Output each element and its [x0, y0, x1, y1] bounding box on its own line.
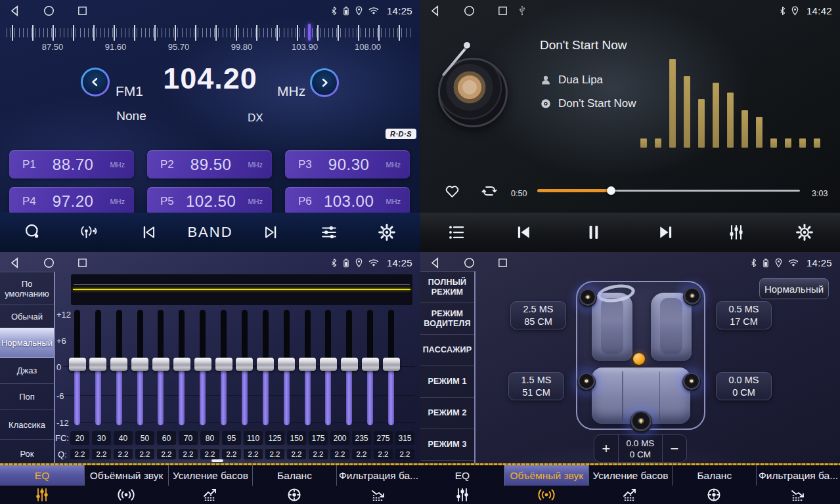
tab-balance[interactable]: Баланс: [252, 463, 336, 504]
tab-eq[interactable]: EQ: [0, 463, 84, 504]
tab-filter[interactable]: Фильтрация ба...: [336, 463, 420, 504]
eq-band-slider[interactable]: [236, 310, 253, 425]
eq-band-slider[interactable]: [194, 310, 211, 425]
audio-settings-button[interactable]: [320, 224, 338, 241]
slider-handle[interactable]: [341, 358, 358, 371]
tab-surround[interactable]: Объёмный звук: [84, 463, 168, 504]
broadcast-icon[interactable]: [79, 224, 100, 241]
nav-back-button[interactable]: [428, 255, 443, 270]
scan-button[interactable]: [24, 224, 42, 242]
eq-band-slider[interactable]: [299, 310, 316, 425]
eq-band-slider[interactable]: [69, 310, 86, 425]
nav-back-button[interactable]: [428, 3, 443, 18]
tab-surround[interactable]: Объёмный звук: [504, 463, 588, 504]
eq-preset-item[interactable]: Поп: [0, 384, 54, 410]
radio-preset-button-p4[interactable]: P497.20MHz: [9, 187, 134, 215]
listening-position-marker[interactable]: [633, 353, 645, 365]
next-station-button[interactable]: [261, 224, 280, 241]
preset-normal-button[interactable]: Нормальный: [759, 278, 829, 299]
radio-preset-button-p3[interactable]: P390.30MHz: [285, 150, 410, 178]
eq-band-slider[interactable]: [278, 310, 295, 425]
slider-handle[interactable]: [362, 358, 379, 371]
slider-handle[interactable]: [320, 358, 337, 371]
nav-recents-button[interactable]: [75, 3, 89, 18]
nav-home-button[interactable]: [462, 255, 476, 270]
next-track-button[interactable]: [656, 223, 676, 242]
radio-preset-button-p5[interactable]: P5102.50MHz: [147, 187, 272, 215]
nav-home-button[interactable]: [41, 3, 56, 18]
delay-plus-button[interactable]: +: [594, 435, 618, 462]
nav-back-button[interactable]: [8, 255, 22, 270]
delay-front-left[interactable]: 2.5 MS 85 CM: [510, 301, 566, 329]
favorite-button[interactable]: [443, 182, 461, 200]
eq-preset-item[interactable]: Нормальный: [0, 328, 54, 358]
seek-slider[interactable]: [537, 185, 800, 196]
band-button[interactable]: BAND: [187, 224, 232, 241]
eq-preset-item[interactable]: Обычай: [0, 305, 54, 328]
tab-eq[interactable]: EQ: [420, 463, 504, 504]
eq-band-slider[interactable]: [341, 310, 358, 425]
eq-band-slider[interactable]: [110, 310, 127, 425]
slider-handle[interactable]: [152, 358, 169, 371]
equalizer-button[interactable]: [727, 223, 745, 242]
sound-mode-item[interactable]: РЕЖИМ 1: [420, 366, 474, 398]
nav-home-button[interactable]: [41, 255, 56, 270]
tab-bass-boost[interactable]: Усиление басов: [168, 463, 252, 504]
slider-handle[interactable]: [257, 358, 274, 371]
slider-handle[interactable]: [69, 358, 86, 371]
eq-preset-item[interactable]: По умолчанию: [0, 272, 54, 305]
previous-station-button[interactable]: [140, 224, 158, 241]
eq-band-slider[interactable]: [215, 310, 232, 425]
slider-handle[interactable]: [194, 358, 211, 371]
nav-back-button[interactable]: [8, 3, 22, 18]
slider-handle[interactable]: [173, 358, 190, 371]
tab-filter[interactable]: Фильтрация ба...: [756, 463, 840, 504]
slider-handle[interactable]: [383, 358, 400, 371]
slider-handle[interactable]: [110, 358, 127, 371]
slider-handle[interactable]: [236, 358, 253, 371]
tune-down-button[interactable]: [81, 68, 110, 96]
eq-preset-item[interactable]: Классика: [0, 410, 54, 440]
eq-band-slider[interactable]: [131, 310, 148, 425]
delay-minus-button[interactable]: −: [663, 435, 686, 462]
delay-rear-right[interactable]: 0.0 MS 0 CM: [716, 372, 772, 400]
sound-mode-item[interactable]: РЕЖИМ 2: [420, 398, 474, 429]
frequency-dial[interactable]: [7, 25, 414, 41]
nav-recents-button[interactable]: [495, 3, 510, 18]
sound-mode-item[interactable]: РЕЖИМ ВОДИТЕЛЯ: [420, 303, 474, 335]
nav-recents-button[interactable]: [495, 255, 510, 270]
delay-front-right[interactable]: 0.5 MS 17 CM: [716, 301, 772, 329]
slider-handle[interactable]: [299, 358, 316, 371]
settings-gear-button[interactable]: [378, 224, 396, 242]
eq-band-slider[interactable]: [362, 310, 379, 425]
eq-band-slider[interactable]: [257, 310, 274, 425]
pause-button[interactable]: [585, 223, 603, 242]
repeat-button[interactable]: [480, 182, 498, 200]
eq-band-slider[interactable]: [152, 310, 169, 425]
radio-preset-button-p2[interactable]: P289.50MHz: [147, 150, 272, 178]
seek-thumb[interactable]: [607, 186, 615, 195]
tab-balance[interactable]: Баланс: [672, 463, 756, 504]
radio-preset-button-p6[interactable]: P6103.00MHz: [285, 187, 410, 215]
eq-band-slider[interactable]: [383, 310, 400, 425]
previous-track-button[interactable]: [514, 223, 533, 242]
eq-band-slider[interactable]: [173, 310, 190, 425]
sound-mode-item[interactable]: РЕЖИМ 3: [420, 429, 474, 461]
eq-band-slider[interactable]: [89, 310, 106, 425]
slider-handle[interactable]: [278, 358, 295, 371]
slider-handle[interactable]: [89, 358, 106, 371]
sound-mode-item[interactable]: ПАССАЖИР: [420, 335, 474, 366]
settings-gear-button[interactable]: [796, 224, 814, 242]
delay-rear-left[interactable]: 1.5 MS 51 CM: [508, 372, 564, 400]
eq-preset-item[interactable]: Джаз: [0, 358, 54, 384]
sound-mode-item[interactable]: ПОЛНЫЙ РЕЖИМ: [420, 272, 474, 303]
radio-preset-button-p1[interactable]: P188.70MHz: [9, 150, 134, 178]
eq-band-slider[interactable]: [320, 310, 337, 425]
slider-handle[interactable]: [215, 358, 232, 371]
playlist-button[interactable]: [447, 224, 466, 242]
slider-handle[interactable]: [131, 358, 148, 371]
tune-up-button[interactable]: [310, 68, 339, 97]
nav-recents-button[interactable]: [75, 255, 89, 270]
tab-bass-boost[interactable]: Усиление басов: [588, 463, 673, 504]
nav-home-button[interactable]: [462, 3, 476, 18]
